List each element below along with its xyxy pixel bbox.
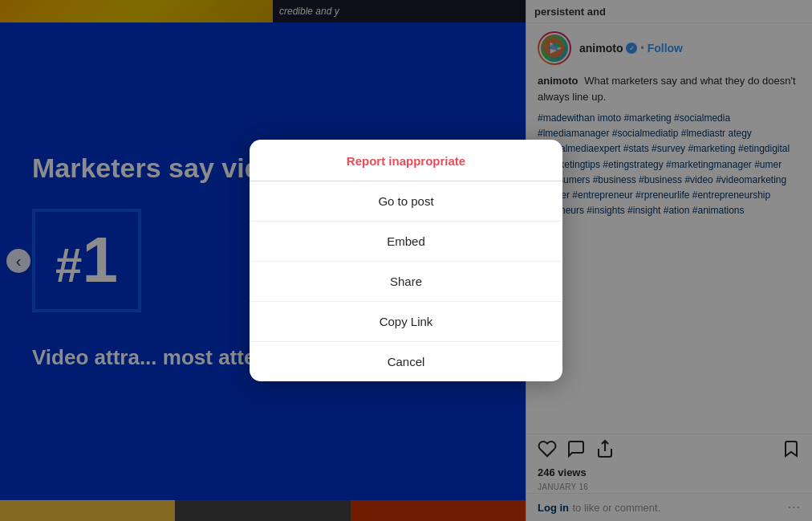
modal-item-share[interactable]: Share	[250, 262, 562, 302]
modal-item-cancel[interactable]: Cancel	[250, 342, 562, 381]
modal-item-embed[interactable]: Embed	[250, 222, 562, 262]
modal-dialog: Report inappropriate Go to post Embed Sh…	[250, 140, 562, 381]
modal-title: Report inappropriate	[250, 140, 562, 181]
modal-item-goto-post[interactable]: Go to post	[250, 181, 562, 222]
modal-overlay[interactable]: Report inappropriate Go to post Embed Sh…	[0, 0, 812, 521]
modal-item-copy-link[interactable]: Copy Link	[250, 302, 562, 342]
